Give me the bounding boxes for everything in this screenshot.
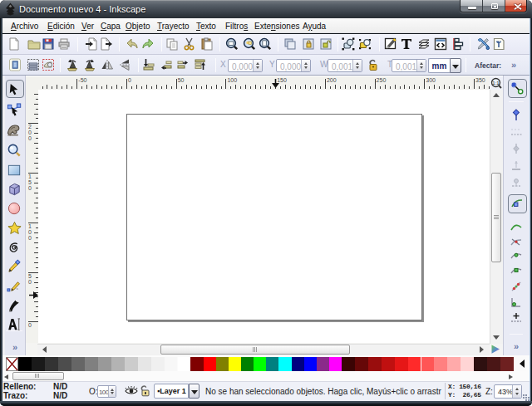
svg-text:1:1: 1:1 bbox=[492, 81, 500, 86]
